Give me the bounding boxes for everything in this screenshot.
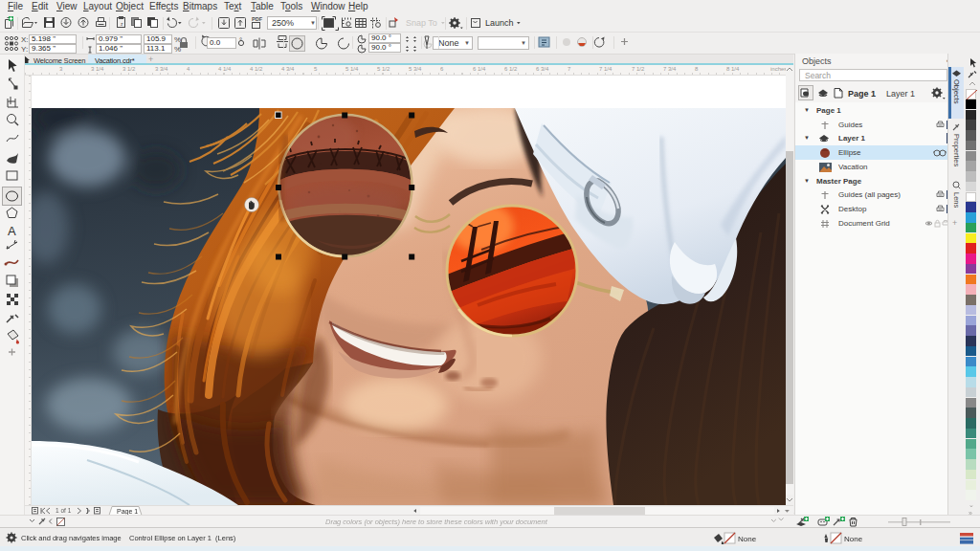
svg-text:None: None (738, 535, 757, 543)
svg-text:Drag colors (or objects) here: Drag colors (or objects) here to store t… (325, 518, 548, 526)
svg-text:1 of 1: 1 of 1 (56, 507, 72, 514)
svg-text:A: A (8, 224, 16, 238)
svg-text:z: z (121, 21, 123, 27)
svg-text:None: None (844, 535, 863, 543)
svg-text:Snap To: Snap To (406, 18, 437, 28)
svg-text:Page 1: Page 1 (848, 89, 876, 99)
svg-text:Layer 1: Layer 1 (886, 89, 915, 99)
svg-text:PDF: PDF (252, 16, 263, 22)
svg-text:Launch: Launch (485, 18, 514, 28)
